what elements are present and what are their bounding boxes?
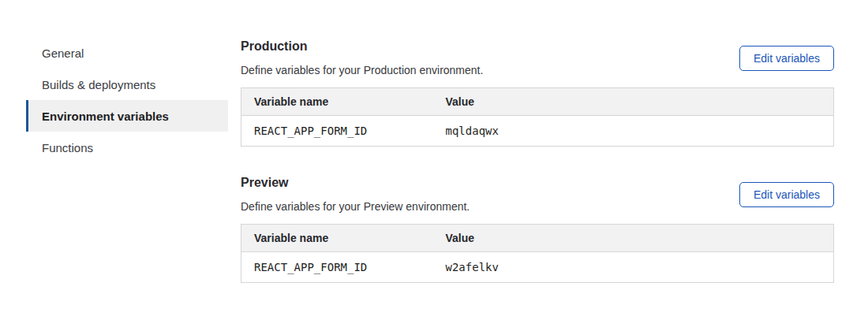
value-column-header: Value xyxy=(433,225,834,252)
sidebar-item-label: General xyxy=(42,46,84,60)
value-column-header: Value xyxy=(433,88,834,116)
variable-name-column-header: Variable name xyxy=(241,88,433,116)
preview-description: Define variables for your Preview enviro… xyxy=(241,200,470,213)
sidebar-item-label: Environment variables xyxy=(42,110,169,123)
sidebar-item-label: Builds & deployments xyxy=(42,78,155,91)
production-title: Production xyxy=(241,39,483,54)
table-row: REACT_APP_FORM_ID w2afelkv xyxy=(241,252,834,283)
sidebar-item-environment-variables[interactable]: Environment variables xyxy=(26,100,228,132)
preview-variables-table: Variable name Value REACT_APP_FORM_ID w2… xyxy=(241,224,834,283)
sidebar-item-functions[interactable]: Functions xyxy=(26,132,228,163)
production-section-text: Production Define variables for your Pro… xyxy=(241,39,483,76)
settings-page: General Builds & deployments Environment… xyxy=(0,0,868,283)
production-section: Production Define variables for your Pro… xyxy=(241,39,834,147)
table-row: REACT_APP_FORM_ID mqldaqwx xyxy=(241,116,834,147)
sidebar-item-general[interactable]: General xyxy=(26,37,228,69)
preview-title: Preview xyxy=(241,176,470,190)
preview-edit-variables-button[interactable]: Edit variables xyxy=(739,182,834,207)
environment-variables-panel: Production Define variables for your Pro… xyxy=(241,37,834,283)
sidebar-item-label: Functions xyxy=(42,141,93,154)
preview-section-header: Preview Define variables for your Previe… xyxy=(241,176,834,213)
production-variables-table: Variable name Value REACT_APP_FORM_ID mq… xyxy=(241,87,834,147)
table-header-row: Variable name Value xyxy=(241,88,834,116)
preview-section-text: Preview Define variables for your Previe… xyxy=(241,176,470,213)
table-header-row: Variable name Value xyxy=(241,225,834,252)
variable-name-cell: REACT_APP_FORM_ID xyxy=(241,252,433,283)
variable-value-cell: w2afelkv xyxy=(433,252,834,283)
sidebar-item-builds-deployments[interactable]: Builds & deployments xyxy=(26,69,228,100)
production-section-header: Production Define variables for your Pro… xyxy=(241,39,834,76)
variable-value-cell: mqldaqwx xyxy=(433,116,834,147)
production-edit-variables-button[interactable]: Edit variables xyxy=(739,46,834,71)
settings-sidebar: General Builds & deployments Environment… xyxy=(26,37,228,163)
variable-name-column-header: Variable name xyxy=(241,225,433,252)
production-description: Define variables for your Production env… xyxy=(241,64,483,76)
preview-section: Preview Define variables for your Previe… xyxy=(241,176,834,283)
variable-name-cell: REACT_APP_FORM_ID xyxy=(241,116,433,147)
